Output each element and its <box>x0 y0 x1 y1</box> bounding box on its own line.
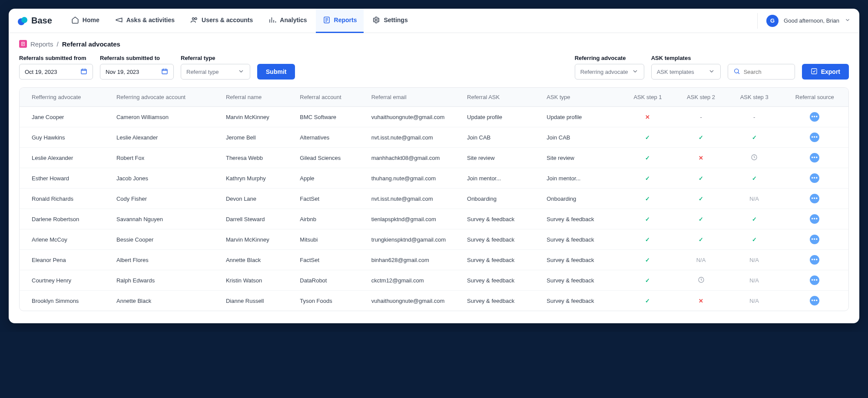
nav-settings[interactable]: Settings <box>365 9 414 33</box>
cell-source: ••• <box>781 107 848 127</box>
col-name[interactable]: Referral name <box>221 88 295 107</box>
col-source[interactable]: Referral source <box>781 88 848 107</box>
col-step3[interactable]: ASK step 3 <box>728 88 781 107</box>
cell-account: Bessie Cooper <box>111 229 221 250</box>
check-icon: ✓ <box>645 196 650 202</box>
cell-source: ••• <box>781 270 848 291</box>
row-actions-button[interactable]: ••• <box>810 296 819 305</box>
breadcrumb-sep: / <box>57 40 59 48</box>
cell-step1: ✓ <box>621 229 675 250</box>
check-icon: ✓ <box>752 134 757 141</box>
user-area[interactable]: G Good afternoon, Brian <box>757 13 851 29</box>
calendar-icon <box>80 68 87 76</box>
cell-name: Marvin McKinney <box>221 107 295 127</box>
cell-type: Survey & feedback <box>541 270 621 291</box>
templates-select[interactable]: ASK templates <box>651 64 721 80</box>
advocate-label: Referring advocate <box>575 55 644 61</box>
type-placeholder: Referral type <box>186 69 219 75</box>
row-actions-button[interactable]: ••• <box>810 275 819 285</box>
cell-raccount: Mitsubi <box>295 229 366 250</box>
breadcrumb-parent[interactable]: Reports <box>30 40 53 48</box>
search-input[interactable] <box>744 69 789 75</box>
nav-asks[interactable]: Asks & activities <box>108 9 182 33</box>
cell-step2: ✓ <box>674 168 728 189</box>
nav-analytics[interactable]: Analytics <box>262 9 314 33</box>
cell-step2: ✓ <box>674 189 728 209</box>
cell-account: Cameron Williamson <box>111 107 221 127</box>
row-actions-button[interactable]: ••• <box>810 153 819 163</box>
filters-right: Referring advocate Referring advocate AS… <box>575 55 849 80</box>
check-icon: ✓ <box>645 277 650 284</box>
check-icon: ✓ <box>699 175 703 182</box>
cell-type: Site review <box>541 148 621 168</box>
from-date-input[interactable]: Oct 19, 2023 <box>19 64 93 80</box>
row-actions-button[interactable]: ••• <box>810 255 819 265</box>
cell-source: ••• <box>781 127 848 148</box>
col-email[interactable]: Referral email <box>366 88 462 107</box>
cell-step2: - <box>674 107 728 127</box>
cell-ask: Site review <box>462 148 541 168</box>
chevron-down-icon <box>632 68 639 76</box>
cell-name: Darrell Steward <box>221 209 295 229</box>
status-na: N/A <box>749 257 759 263</box>
cell-email: vuhaithuongnute@gmail.com <box>366 291 462 311</box>
nav-reports[interactable]: Reports <box>316 9 364 33</box>
cell-ask: Onboarding <box>462 189 541 209</box>
table-row: Arlene McCoyBessie CooperMarvin McKinney… <box>20 229 848 250</box>
search-icon <box>733 68 740 76</box>
cell-step2: ✕ <box>674 291 728 311</box>
to-date-input[interactable]: Nov 19, 2023 <box>100 64 174 80</box>
cell-account: Jacob Jones <box>111 168 221 189</box>
col-step1[interactable]: ASK step 1 <box>621 88 675 107</box>
nav-users-label: Users & accounts <box>202 17 253 23</box>
cell-step2: ✓ <box>674 127 728 148</box>
cell-email: nvt.isst.nute@gmail.com <box>366 189 462 209</box>
cell-raccount: Tyson Foods <box>295 291 366 311</box>
row-actions-button[interactable]: ••• <box>810 194 819 203</box>
cell-step1: ✕ <box>621 107 675 127</box>
col-step2[interactable]: ASK step 2 <box>674 88 728 107</box>
row-actions-button[interactable]: ••• <box>810 112 819 122</box>
row-actions-button[interactable]: ••• <box>810 173 819 183</box>
nav-home[interactable]: Home <box>64 9 106 33</box>
col-raccount[interactable]: Referral account <box>295 88 366 107</box>
templates-placeholder: ASK templates <box>657 69 694 75</box>
type-select[interactable]: Referral type <box>181 64 250 80</box>
table-row: Brooklyn SimmonsAnnette BlackDianne Russ… <box>20 291 848 311</box>
cell-ask: Survey & feedback <box>462 250 541 270</box>
submit-button[interactable]: Submit <box>257 64 295 80</box>
cell-type: Survey & feedback <box>541 209 621 229</box>
greeting-text: Good afternoon, Brian <box>784 17 839 24</box>
cell-email: vuhaithuongnute@gmail.com <box>366 107 462 127</box>
clock-icon <box>698 278 705 285</box>
cell-ask: Survey & feedback <box>462 291 541 311</box>
nav-home-label: Home <box>83 17 99 23</box>
cell-ask: Survey & feedback <box>462 229 541 250</box>
svg-rect-6 <box>81 69 86 74</box>
row-actions-button[interactable]: ••• <box>810 133 819 142</box>
col-ask[interactable]: Referral ASK <box>462 88 541 107</box>
export-button[interactable]: Export <box>802 64 849 80</box>
row-actions-button[interactable]: ••• <box>810 235 819 244</box>
nav-users[interactable]: Users & accounts <box>183 9 260 33</box>
cell-step1: ✓ <box>621 250 675 270</box>
advocate-select[interactable]: Referring advocate <box>575 64 644 80</box>
cell-email: manhhachkt08@gmail.com <box>366 148 462 168</box>
cell-ask: Join mentor... <box>462 168 541 189</box>
col-advocate[interactable]: Refferring advocate <box>20 88 111 107</box>
col-type[interactable]: ASK type <box>541 88 621 107</box>
cell-email: nvt.isst.nute@gmail.com <box>366 127 462 148</box>
cell-advocate: Jane Cooper <box>20 107 111 127</box>
cell-step1: ✓ <box>621 209 675 229</box>
row-actions-button[interactable]: ••• <box>810 214 819 224</box>
cell-name: Devon Lane <box>221 189 295 209</box>
col-account[interactable]: Referring advocate account <box>111 88 221 107</box>
cell-source: ••• <box>781 209 848 229</box>
cell-advocate: Darlene Robertson <box>20 209 111 229</box>
chevron-down-icon <box>708 68 715 76</box>
cell-account: Leslie Alexander <box>111 127 221 148</box>
to-label: Referrals submitted to <box>100 55 174 61</box>
clock-icon <box>751 156 758 162</box>
cell-account: Savannah Nguyen <box>111 209 221 229</box>
table-wrap: Refferring advocate Referring advocate a… <box>19 87 849 311</box>
